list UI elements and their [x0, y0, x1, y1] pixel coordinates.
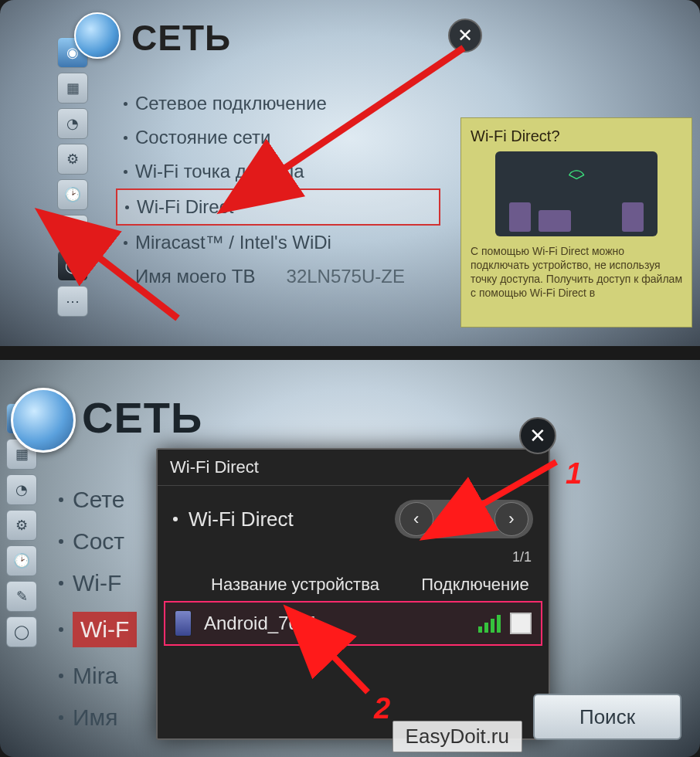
- sidebar-icon[interactable]: ✎: [6, 581, 37, 612]
- sidebar-icon[interactable]: ⋯: [57, 286, 88, 317]
- label: Wi-Fi Direct: [137, 196, 233, 218]
- tooltip-wifi-direct: Wi-Fi Direct? ⌔ С помощью Wi-Fi Direct м…: [460, 117, 692, 328]
- toggle-label: Wi-Fi Direct: [189, 507, 384, 531]
- device-row[interactable]: Android_7d9f: [164, 601, 542, 646]
- label: Имя моего ТВ: [135, 266, 256, 287]
- background-menu-partial: Сете Сост Wi-F Wi-F Mira Имя: [54, 479, 141, 738]
- pager: 1/1: [158, 549, 549, 565]
- menu-item-connection[interactable]: Сетевое подключение: [116, 87, 440, 121]
- col-device-name: Название устройства: [173, 575, 417, 595]
- sidebar-icon[interactable]: ◔: [6, 474, 37, 505]
- wifi-direct-dialog: ✕ Wi-Fi Direct Wi-Fi Direct ‹ Вкл. › 1/1…: [156, 448, 550, 740]
- sidebar-icon[interactable]: ⚙: [57, 144, 88, 175]
- network-panel: СЕТЬ ✕ Сетевое подключение Состояние сет…: [93, 2, 700, 346]
- col-connection: Подключение: [417, 575, 533, 595]
- menu-item-hotspot[interactable]: Wi-Fi точка доступа: [116, 154, 440, 188]
- close-button[interactable]: ✕: [448, 19, 482, 53]
- signal-icon: [478, 615, 501, 633]
- sidebar-icon[interactable]: 🕑: [6, 545, 37, 576]
- search-button[interactable]: Поиск: [533, 694, 681, 740]
- menu-item-status[interactable]: Состояние сети: [116, 121, 440, 154]
- menu-item-tvname[interactable]: Имя моего ТВ32LN575U-ZE: [116, 260, 440, 294]
- sidebar-iconbar: ◉ ▦ ◔ ⚙ 🕑 ✎ ◯ ⋯: [57, 37, 87, 317]
- watermark: EasyDoit.ru: [392, 721, 522, 752]
- wifi-direct-toggle-row: Wi-Fi Direct ‹ Вкл. ›: [158, 486, 549, 549]
- toggle-value: Вкл.: [438, 508, 490, 530]
- sidebar-icon[interactable]: 🕑: [57, 179, 88, 210]
- sidebar-icon[interactable]: ✎: [57, 215, 88, 246]
- label: Miracast™ / Intel's WiDi: [135, 232, 331, 253]
- wifi-direct-toggle[interactable]: ‹ Вкл. ›: [395, 500, 533, 538]
- sidebar-icon[interactable]: ▦: [57, 73, 88, 104]
- label: Состояние сети: [135, 127, 270, 148]
- sidebar-network-icon[interactable]: ◯: [57, 250, 88, 281]
- sidebar-icon[interactable]: ⚙: [6, 510, 37, 541]
- phone-icon: [175, 610, 192, 636]
- device-name: Android_7d9f: [204, 613, 478, 634]
- globe-icon: [74, 12, 121, 59]
- label: Сетевое подключение: [135, 93, 327, 114]
- toggle-next-button[interactable]: ›: [494, 502, 528, 536]
- globe-icon: [11, 388, 76, 453]
- menu-item-miracast[interactable]: Miracast™ / Intel's WiDi: [116, 226, 440, 260]
- dialog-title: Wi-Fi Direct: [158, 450, 549, 486]
- network-panel: СЕТЬ Сете Сост Wi-F Wi-F Mira Имя ✕ Wi-F…: [40, 363, 700, 757]
- network-menu: Сетевое подключение Состояние сети Wi-Fi…: [116, 87, 440, 294]
- menu-item-wifi-direct[interactable]: Wi-Fi Direct: [116, 188, 440, 226]
- annotation-label-1: 1: [566, 457, 582, 491]
- wifi-icon: ⌔: [557, 158, 596, 196]
- annotation-label-2: 2: [374, 692, 390, 725]
- screenshot-top: ◉ ▦ ◔ ⚙ 🕑 ✎ ◯ ⋯ СЕТЬ ✕ Сетевое подключен…: [0, 0, 700, 346]
- dialog-close-button[interactable]: ✕: [519, 417, 556, 454]
- tooltip-title: Wi-Fi Direct?: [471, 127, 682, 145]
- tv-name-value: 32LN575U-ZE: [287, 266, 405, 287]
- screenshot-bottom: ◉ ▦ ◔ ⚙ 🕑 ✎ ◯ СЕТЬ Сете Сост Wi-F Wi-F M…: [0, 360, 700, 757]
- toggle-prev-button[interactable]: ‹: [399, 502, 433, 536]
- tooltip-body: С помощью Wi-Fi Direct можно подключать …: [471, 244, 682, 300]
- sidebar-icon[interactable]: ◯: [6, 616, 37, 647]
- sidebar-icon[interactable]: ◔: [57, 108, 88, 139]
- label: Wi-Fi точка доступа: [135, 161, 304, 182]
- tooltip-illustration: ⌔: [495, 151, 658, 236]
- panel-title: СЕТЬ: [131, 17, 231, 59]
- panel-title: СЕТЬ: [82, 392, 202, 443]
- device-list-header: Название устройства Подключение: [158, 565, 549, 601]
- connect-checkbox[interactable]: [510, 613, 532, 634]
